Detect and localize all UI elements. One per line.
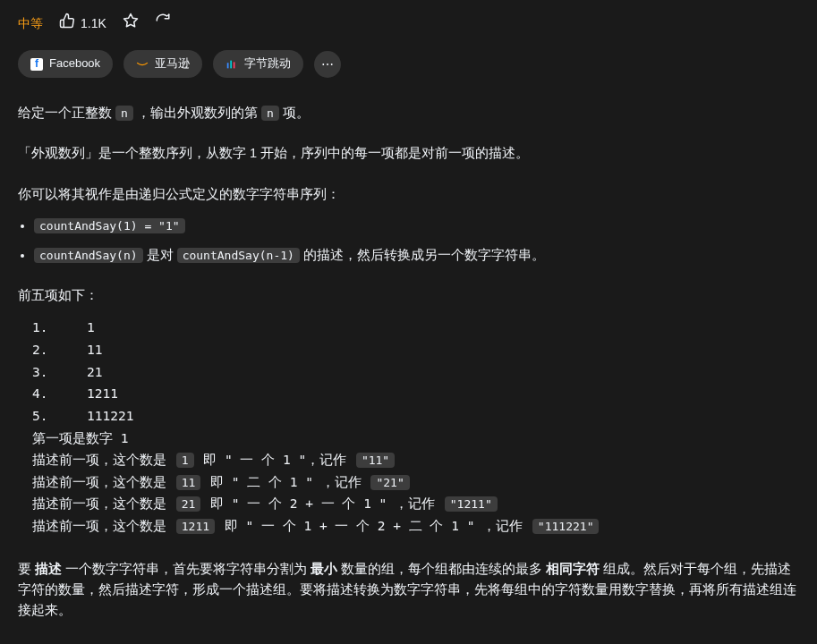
text-run: 即 " 一 个 1 + 一 个 2 + 二 个 1 " ，记作 — [217, 519, 531, 533]
block-line: 描述前一项，这个数是 11 即 " 二 个 1 " ，记作 "21" — [32, 475, 412, 489]
bold-text: 最小 — [311, 562, 337, 576]
tag-label: 亚马逊 — [155, 55, 190, 73]
inline-code: "11" — [356, 453, 395, 468]
block-line: 描述前一项，这个数是 1 即 " 一 个 1 "，记作 "11" — [32, 453, 396, 467]
svg-marker-0 — [123, 14, 137, 27]
header-row: 中等 1.1K — [18, 13, 799, 34]
paragraph: 前五项如下： — [18, 285, 799, 306]
share-icon — [155, 13, 171, 34]
more-tags-button[interactable]: ⋯ — [314, 51, 341, 78]
tag-label: 字节跳动 — [244, 55, 291, 73]
text-run: 给定一个正整数 — [18, 106, 115, 120]
svg-rect-1 — [227, 63, 229, 68]
star-icon — [123, 13, 139, 34]
like-count: 1.1K — [81, 13, 106, 33]
list-item: countAndSay(1) = "1" — [34, 216, 799, 236]
tag-facebook[interactable]: f Facebook — [18, 50, 113, 78]
block-line: 5. 111221 — [32, 409, 134, 423]
inline-code: countAndSay(n) — [34, 248, 143, 263]
like-button[interactable]: 1.1K — [59, 13, 106, 34]
block-line: 第一项是数字 1 — [32, 431, 128, 445]
text-run: 即 " 一 个 2 + 一 个 1 " ，记作 — [202, 496, 442, 511]
ellipsis-icon: ⋯ — [321, 55, 335, 74]
tag-amazon[interactable]: 亚马逊 — [123, 50, 202, 78]
inline-code: n — [115, 106, 133, 121]
paragraph: 「外观数列」是一个整数序列，从数字 1 开始，序列中的每一项都是对前一项的描述。 — [18, 143, 799, 164]
bold-text: 相同字符 — [546, 562, 600, 576]
inline-code: "111221" — [532, 519, 600, 534]
svg-rect-2 — [230, 60, 232, 68]
bullet-list: countAndSay(1) = "1" countAndSay(n) 是对 c… — [18, 216, 799, 266]
text-run: 一个数字字符串，首先要将字符串分割为 — [62, 562, 311, 576]
block-line: 3. 21 — [32, 365, 103, 379]
text-run: 描述前一项，这个数是 — [32, 453, 174, 467]
text-run: 数量的组，每个组都由连续的最多 — [337, 562, 546, 576]
thumbs-up-icon — [59, 13, 75, 34]
company-tags: f Facebook 亚马逊 字节跳动 ⋯ — [18, 50, 799, 78]
bold-text: 描述 — [35, 562, 62, 576]
paragraph: 要 描述 一个数字字符串，首先要将字符串分割为 最小 数量的组，每个组都由连续的… — [18, 559, 799, 622]
share-button[interactable] — [155, 13, 171, 34]
text-run: 的描述，然后转换成另一个数字字符串。 — [300, 248, 545, 262]
inline-code: 1211 — [176, 519, 215, 534]
block-line: 描述前一项，这个数是 21 即 " 一 个 2 + 一 个 1 " ，记作 "1… — [32, 496, 499, 511]
facebook-icon: f — [30, 58, 43, 71]
text-run: 要 — [18, 562, 35, 576]
text-run: 是对 — [143, 248, 177, 262]
text-run: 描述前一项，这个数是 — [32, 496, 174, 511]
block-line: 描述前一项，这个数是 1211 即 " 一 个 1 + 一 个 2 + 二 个 … — [32, 519, 600, 533]
tag-label: Facebook — [49, 55, 100, 73]
inline-code: "21" — [370, 475, 409, 490]
block-line: 2. 11 — [32, 343, 103, 357]
inline-code: n — [261, 106, 279, 121]
inline-code: countAndSay(n-1) — [177, 248, 300, 263]
text-run: 即 " 一 个 1 "，记作 — [196, 453, 354, 467]
difficulty-label: 中等 — [18, 13, 43, 33]
block-line: 4. 1211 — [32, 386, 118, 401]
text-run: ，输出外观数列的第 — [133, 106, 261, 120]
inline-code: 21 — [176, 496, 201, 512]
text-run: 即 " 二 个 1 " ，记作 — [202, 475, 369, 489]
example-block: 1. 1 2. 11 3. 21 4. 1211 5. 111221 第一项是数… — [18, 317, 799, 537]
list-item: countAndSay(n) 是对 countAndSay(n-1) 的描述，然… — [34, 245, 799, 266]
problem-description: 给定一个正整数 n ，输出外观数列的第 n 项。 「外观数列」是一个整数序列，从… — [18, 103, 799, 621]
tag-bytedance[interactable]: 字节跳动 — [213, 50, 303, 78]
amazon-icon — [136, 58, 149, 71]
text-run: 描述前一项，这个数是 — [32, 475, 174, 489]
inline-code: countAndSay(1) = "1" — [34, 218, 185, 233]
paragraph: 给定一个正整数 n ，输出外观数列的第 n 项。 — [18, 103, 799, 123]
inline-code: 11 — [176, 475, 201, 490]
text-run: 描述前一项，这个数是 — [32, 519, 174, 533]
text-run: 项。 — [279, 106, 310, 120]
svg-rect-3 — [234, 62, 235, 68]
block-line: 1. 1 — [32, 320, 95, 335]
bytedance-icon — [226, 58, 238, 71]
inline-code: 1 — [176, 453, 194, 468]
favorite-button[interactable] — [123, 13, 139, 34]
paragraph: 你可以将其视作是由递归公式定义的数字字符串序列： — [18, 184, 799, 205]
inline-code: "1211" — [445, 496, 498, 512]
